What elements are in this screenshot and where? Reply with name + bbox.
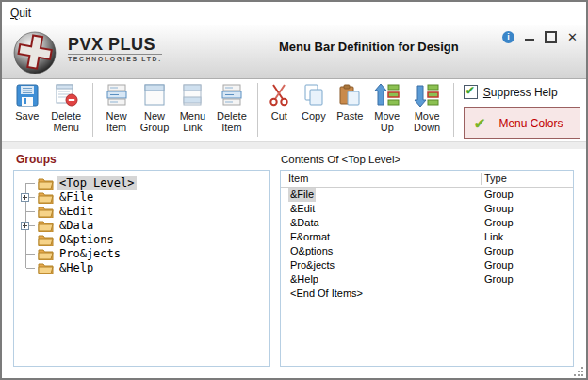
tree-item-top-level[interactable]: <Top Level> [14,176,270,190]
header-bar: PVX PLUS TECHNOLOGIES LTD. Menu Bar Defi… [2,25,586,79]
list-row[interactable]: Pro&jects Group [281,258,573,273]
save-label: Save [15,110,39,122]
folder-icon [38,248,54,260]
contents-list-panel: Item Type &File Group &Edit Group &Data … [280,170,574,367]
tree-item-label: &File [57,190,96,204]
tree-item-label: &Data [57,219,96,232]
move-up-label2: Up [381,122,394,133]
suppress-help-checkbox[interactable]: ✔ [464,85,478,99]
save-icon [15,82,40,108]
folder-icon [38,262,54,274]
resize-grip[interactable] [573,366,583,376]
column-header-item[interactable]: Item [288,171,308,187]
groups-section-label: Groups [16,153,57,166]
contents-section-label: Contents Of <Top Level> [281,154,400,165]
menu-colors-button[interactable]: ✔ Menu Colors [464,107,580,139]
brand-name: PVX PLUS [68,36,162,53]
new-group-button[interactable]: New Group [135,82,173,133]
paste-clipboard-icon [337,82,362,108]
delete-item-label2: Item [221,122,241,133]
list-cell-item: &Data [288,216,321,230]
new-group-label2: Group [140,122,170,133]
delete-menu-button[interactable]: Delete Menu [44,82,87,133]
save-button[interactable]: Save [9,82,44,122]
tree-item-file[interactable]: &File [14,190,270,205]
maximize-icon[interactable] [545,31,557,43]
tree-item-label: &Edit [57,205,96,218]
toolbar-separator [453,83,454,137]
move-down-icon [414,82,440,108]
list-cell-item: F&ormat [288,230,332,244]
folder-icon [38,206,54,218]
list-cell-item: &File [288,188,316,202]
copy-label: Copy [302,110,326,122]
tree-tick [26,211,35,212]
suppress-help-row: ✔ Suppress Help [464,85,586,99]
folder-icon [38,220,54,232]
tree-tick [26,183,35,184]
list-row[interactable]: &Data Group [281,216,573,230]
tree-item-label: &Help [57,261,96,274]
pvx-globe-logo [11,28,58,75]
tree-tick [26,240,35,240]
list-row[interactable]: &File Group [281,188,573,202]
delete-menu-icon [54,82,78,108]
new-item-button[interactable]: New Item [98,82,135,133]
menu-quit-hotkey: Q [10,7,19,20]
delete-menu-label: Delete [51,110,81,122]
cut-label: Cut [271,110,287,122]
paste-button[interactable]: Paste [332,82,368,122]
tree-item-label: Pro&jects [57,247,123,260]
list-cell-item: O&ptions [288,244,335,258]
copy-icon [302,82,326,108]
menu-quit-rest: uit [19,7,31,20]
list-row[interactable]: O&ptions Group [281,244,573,258]
list-cell-type: Link [484,230,503,244]
minimize-icon[interactable] [525,39,534,41]
info-icon[interactable]: i [502,31,514,43]
brand-block: PVX PLUS TECHNOLOGIES LTD. [68,36,162,62]
checkmark-icon: ✔ [474,115,486,132]
folder-icon [38,177,54,190]
expand-plus-icon[interactable] [21,222,29,230]
contents-list: Item Type &File Group &Edit Group &Data … [281,171,573,366]
menu-quit[interactable]: Quit [10,7,31,20]
menu-bar: Quit [2,2,586,25]
list-cell-type: Group [484,273,514,287]
list-row[interactable]: &Help Group [281,273,573,287]
tree-item-data[interactable]: &Data [14,219,270,233]
new-item-label: New [106,110,127,122]
app-window: Quit PVX PLUS TECHNOLOGIES LTD. Menu Bar… [0,0,588,380]
list-row[interactable]: &Edit Group [281,202,573,216]
delete-item-icon [220,82,244,108]
suppress-help-hotkey: S [483,86,491,99]
list-cell-item: &Help [288,273,320,287]
tree-item-label: <Top Level> [57,176,137,190]
list-cell-type: Group [484,188,514,202]
delete-item-button[interactable]: Delete Item [211,82,252,133]
toolbar-right-group: ✔ Suppress Help ✔ Menu Colors [464,82,586,139]
list-cell-type: Group [484,216,514,230]
move-down-button[interactable]: Move Down [405,82,448,133]
list-cell-type: Group [484,202,514,216]
menu-link-label: Menu [180,110,206,122]
list-row[interactable]: F&ormat Link [281,230,573,244]
new-item-label2: Item [106,122,126,133]
folder-icon [38,234,54,246]
column-header-type[interactable]: Type [484,171,507,187]
menu-link-button[interactable]: Menu Link [174,82,211,133]
move-up-button[interactable]: Move Up [368,82,405,133]
list-row[interactable]: <End Of Items> [281,287,573,301]
tree-item-options[interactable]: O&ptions [14,233,270,247]
list-cell-type: Group [484,244,514,258]
checkmark-icon: ✔ [466,84,475,97]
tree-item-projects[interactable]: Pro&jects [14,247,270,261]
tree-item-edit[interactable]: &Edit [14,205,270,219]
cut-button[interactable]: Cut [263,82,297,122]
suppress-help-label[interactable]: Suppress Help [483,86,558,99]
copy-button[interactable]: Copy [296,82,331,122]
toolbar-separator [92,83,93,137]
close-icon[interactable]: ✕ [567,31,578,43]
tree-item-help[interactable]: &Help [14,261,270,275]
expand-plus-icon[interactable] [21,193,29,202]
